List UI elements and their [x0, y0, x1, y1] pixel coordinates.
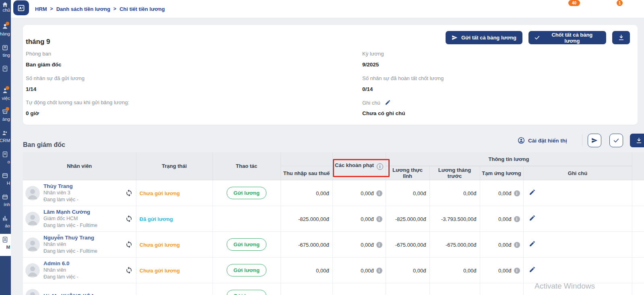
employee-employment: Đang làm việc -: [43, 274, 125, 281]
info-icon[interactable]: i: [514, 242, 520, 248]
download-department-button[interactable]: [630, 134, 644, 147]
edit-note-icon[interactable]: [529, 215, 536, 221]
employee-role: Nhân viên 3: [43, 190, 125, 196]
breadcrumb-salary-detail[interactable]: Chi tiết tiền lương: [120, 6, 165, 12]
download-summary-button[interactable]: [612, 31, 630, 44]
employee-employment: Đang làm việc - Fulltime: [43, 222, 125, 229]
col-header-advance: Tạm ứng lương: [480, 166, 523, 180]
status-text: Đã gửi lương: [136, 216, 173, 222]
module-icon: [2, 172, 8, 179]
send-salary-button[interactable]: Gửi lương: [227, 290, 266, 295]
employee-name-link[interactable]: Hà My KHÔNG XÓA: [43, 293, 136, 295]
sidebar-item-customers[interactable]: hàng: [0, 23, 11, 43]
employee-name-link[interactable]: Lâm Mạnh Cường: [43, 208, 125, 215]
info-icon[interactable]: i: [514, 216, 520, 222]
info-icon[interactable]: i: [376, 268, 382, 274]
home-icon: [2, 1, 8, 8]
sidebar-item-9[interactable]: H: [0, 172, 11, 192]
sync-icon[interactable]: [125, 189, 133, 197]
send-department-payslips-button[interactable]: [588, 134, 601, 147]
employee-employment: Đang làm việc -: [43, 196, 125, 203]
net-salary-value: -675.000,00đ: [386, 242, 429, 248]
penalties-value: 0,00đi: [333, 242, 386, 248]
employee-name-link[interactable]: Thùy Trang: [43, 183, 125, 190]
info-icon[interactable]: i: [514, 268, 520, 274]
after-tax-value: -825.000,00đ: [281, 216, 332, 222]
field-value: 1/14: [26, 86, 36, 92]
field-value: 0/14: [362, 86, 373, 92]
info-icon[interactable]: i: [376, 216, 382, 222]
info-icon[interactable]: i: [376, 190, 382, 196]
col-header-penalties: Các khoản phạti: [332, 152, 386, 180]
col-header-note: Ghi chú: [523, 166, 632, 180]
edit-note-icon[interactable]: [529, 189, 536, 196]
sidebar-item-marketing[interactable]: ting: [0, 44, 11, 64]
payroll-summary-card: tháng 9 Gửi tất cả bảng lương Chốt tất c…: [23, 25, 638, 125]
avatar: [25, 263, 40, 278]
field-label: Ghi chú: [362, 99, 391, 107]
hrm-app-icon[interactable]: [13, 0, 29, 15]
avatar: [25, 289, 40, 295]
sidebar-item-8[interactable]: o: [0, 151, 11, 171]
advance-value: 0,00đi: [480, 242, 523, 248]
employee-role: Giám đốc HCM: [43, 215, 125, 222]
breadcrumb: HRM > Danh sách tiền lương > Chi tiết ti…: [35, 0, 165, 18]
display-settings-icon: [518, 137, 525, 144]
send-icon: [591, 137, 598, 144]
sidebar-item-sales[interactable]: àng: [0, 108, 11, 128]
advance-value: 0,00đi: [480, 216, 523, 222]
edit-note-icon[interactable]: [529, 266, 536, 273]
edit-note-icon[interactable]: [385, 99, 391, 107]
net-salary-value: 0,00đ: [386, 268, 429, 274]
lock-department-payslips-button[interactable]: [609, 134, 623, 147]
info-icon[interactable]: i: [376, 242, 382, 248]
field-label: Phòng ban: [26, 51, 51, 57]
info-icon[interactable]: i: [377, 163, 383, 170]
sidebar-item-4[interactable]: [0, 65, 11, 85]
finance-icon: [2, 194, 8, 200]
col-header-net: Lương thực lĩnh: [386, 166, 429, 180]
send-all-payslips-button[interactable]: Gửi tất cả bảng lương: [446, 31, 522, 44]
after-tax-value: -675.000,00đ: [281, 242, 332, 248]
rocket-count-badge: 1: [617, 0, 623, 6]
col-header-status: Trạng thái: [136, 152, 213, 180]
activate-windows-watermark: Activate Windows: [535, 282, 595, 291]
net-salary-value: 0,00đ: [386, 190, 429, 196]
prev-month-value: -675.000,00đ: [430, 242, 480, 248]
check-icon: [534, 35, 540, 41]
sidebar-item-finance[interactable]: ính: [0, 194, 11, 214]
employee-name-link[interactable]: Nguyễn Thuỳ Trang: [43, 234, 125, 241]
send-icon: [452, 35, 458, 41]
sidebar-item-home[interactable]: chủ: [0, 2, 11, 22]
breadcrumb-hrm[interactable]: HRM: [35, 6, 47, 12]
net-salary-value: -825.000,00đ: [386, 216, 429, 222]
sidebar-item-crm[interactable]: CRM: [0, 130, 11, 150]
sidebar-item-reports[interactable]: áo: [0, 215, 11, 235]
display-settings-button[interactable]: Cài đặt hiển thị: [518, 137, 567, 144]
table-row: Lâm Mạnh Cường Giám đốc HCM Đang làm việ…: [23, 206, 644, 232]
sync-icon[interactable]: [125, 241, 133, 248]
sidebar-item-hrm[interactable]: M: [0, 236, 11, 256]
employee-name-link[interactable]: Admin 6.0: [43, 260, 125, 267]
sync-icon[interactable]: [125, 215, 133, 223]
notification-count-badge: 40: [568, 0, 580, 6]
sync-icon[interactable]: [125, 266, 133, 274]
lock-all-payslips-button[interactable]: Chốt tất cả bảng lương: [528, 31, 606, 44]
send-salary-button[interactable]: Gửi lương: [227, 238, 266, 251]
notification-dot: [6, 107, 9, 111]
divider: [582, 134, 582, 146]
edit-note-icon[interactable]: [529, 240, 536, 247]
module-icon: [2, 151, 8, 158]
status-text: Chưa gửi lương: [136, 190, 180, 196]
send-salary-button[interactable]: Gửi lương: [227, 187, 266, 199]
topbar: HRM > Danh sách tiền lương > Chi tiết ti…: [11, 0, 644, 18]
info-icon[interactable]: i: [514, 190, 520, 196]
reports-icon: [2, 215, 8, 222]
advance-value: 0,00đi: [480, 268, 523, 274]
penalties-value: 0,00đi: [333, 190, 386, 196]
notification-dot: [6, 22, 9, 25]
send-salary-button[interactable]: Gửi lương: [227, 264, 266, 276]
breadcrumb-salary-list[interactable]: Danh sách tiền lương: [56, 6, 110, 12]
sidebar-item-tasks[interactable]: việc: [0, 87, 11, 107]
field-label: Số nhân sự đã hoàn tất chốt lương: [362, 75, 444, 81]
